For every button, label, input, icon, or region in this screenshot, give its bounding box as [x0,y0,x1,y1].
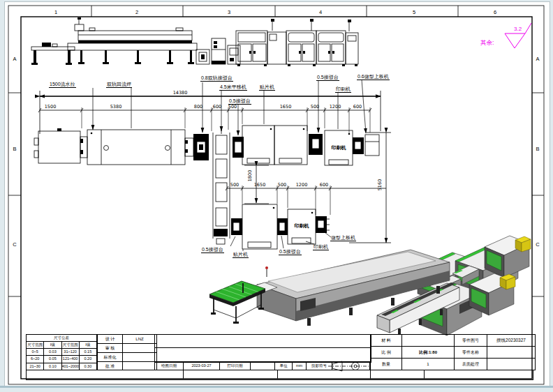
unit-value: mm [293,362,307,370]
scale-value: 比例:1:80 [402,347,455,359]
printer-box-text-top: 印刷机 [325,145,352,150]
bottom-strip-divider-3 [370,370,371,379]
dim-top-6: 500 [311,104,319,110]
zone-col-5: 5 [413,9,415,15]
3d-line-render [209,236,531,336]
label-printer-bottom: 印刷机 [313,244,329,250]
dim-bot-3: 1200 [296,182,308,188]
zone-row-a-right: A [536,56,539,62]
dim-top-1: 5380 [110,104,122,110]
signature-block: 设 计LNZ 审 核 标准化 批 准 [97,334,157,370]
label-mounter-top: 贴片机 [259,84,275,91]
sheet-frame: 1 2 3 4 5 6 A B C A B C [8,6,544,384]
part-number: 摆线20230327 [487,335,536,347]
bottom-strip-divider-1 [183,370,184,379]
roughness-value: 3.2 [514,26,522,32]
dim-total-height: 5160 [377,179,383,191]
label-dock-topright: 0.5接驳台 [316,75,339,81]
dim-top-2: 800 [194,104,202,110]
bottom-strip [26,370,533,380]
title-block: 材 料 零件图号 摆线20230327 比 例 比例:1:80 零件名称 数量 … [370,334,536,370]
label-reflow: 双轨回流焊 [106,82,132,88]
roughness-prefix: 其余: [480,39,494,46]
printer-3d-back [485,236,531,278]
dim-bot-0: 500 [230,182,239,188]
label-mini-loader-top: 0.6微型上板机 [357,74,390,80]
zone-col-3: 3 [228,9,230,15]
dim-top-7: 1200 [330,104,341,110]
bottom-strip-divider-2 [277,370,278,379]
zone-col-2: 2 [135,9,138,15]
printer-box-text-bottom: 印刷机 [288,223,315,228]
empty-cell-region [154,334,371,363]
label-dock-bottom1: 0.5接驳台 [201,247,224,253]
dim-bot-1: 1650 [254,182,266,188]
zone-col-1: 1 [54,9,57,15]
elevation-view [31,17,358,66]
page-bottom-edge [0,386,553,388]
zone-col-4: 4 [319,9,322,15]
label-mounter-bottom: 贴片机 [233,252,249,258]
label-dock-bottom2: 0.5接驳台 [279,249,302,255]
tolerance-table: 尺寸公差 尺寸范围 I级 尺寸范围 I级 0~50.0331~1200.15 6… [26,334,97,370]
zone-row-b-left: B [13,146,16,152]
zone-row-a-left: A [13,56,16,62]
dim-top-8: 600 [353,104,362,110]
bottom-strip-divider-4 [424,370,425,379]
zone-row-c-left: C [13,241,17,248]
quantity-value: 1 [402,359,455,370]
label-shuttle: 4.5米平移机 [219,84,247,91]
surface-roughness-note: 其余: 3.2 [480,23,531,48]
dim-top-3: 600 [213,104,221,110]
zone-col-6: 6 [494,9,496,15]
label-mini-loader-bottom: 微型上板机 [330,235,356,241]
label-flow-line: 1500流水拉 [49,82,76,88]
drawing-canvas: 1 2 3 4 5 6 A B C A B C 其余: 3.2 [0,0,553,392]
projection-symbol-cell [332,362,370,370]
cad-page: 1 2 3 4 5 6 A B C A B C 其余: 3.2 [0,0,553,392]
dim-top-4: 500 [228,104,237,110]
zone-row-b-right: B [536,146,539,152]
tolerance-title: 尺寸公差 [27,335,97,342]
dim-top-0: 1500 [45,104,57,110]
draw-date-value: 2023-03-27 [184,362,220,370]
label-printer-top: 印刷机 [335,86,351,93]
designer-name: LNZ [123,335,157,344]
dim-overall: 14380 [173,90,188,96]
label-dock-mid: 0.5接驳台 [228,98,251,105]
zone-row-c-right: C [536,241,540,248]
dim-bot-4: 600 [320,182,328,188]
empty-cell-divider [154,347,370,348]
dim-top-5: 1650 [280,104,292,110]
label-dual-dock: 0.8双轨接驳台 [200,75,233,82]
dim-bot-2: 500 [278,182,286,188]
dim-row-gap: 1800 [247,170,253,182]
